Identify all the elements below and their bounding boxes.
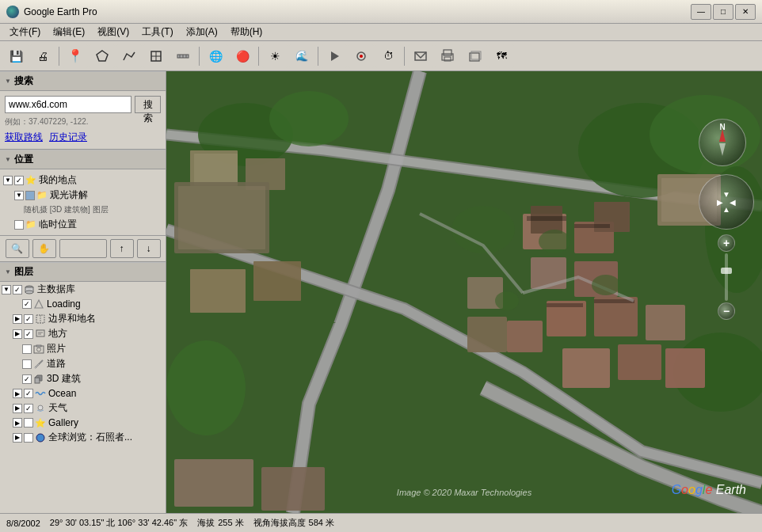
menu-tools[interactable]: 工具(T) (135, 24, 179, 40)
layer-gallery[interactable]: ▶ ⭐ Gallery (0, 416, 166, 430)
get-directions-link[interactable]: 获取路线 (5, 131, 43, 144)
check-buildings[interactable] (22, 374, 32, 384)
check-roads[interactable] (22, 359, 32, 369)
check-ocean[interactable] (24, 389, 33, 398)
search-small-btn[interactable]: 🔍 (6, 239, 29, 258)
down-btn[interactable]: ↓ (137, 239, 161, 258)
search-header-label: 搜索 (14, 74, 33, 88)
zoom-controls[interactable]: + − (718, 234, 735, 320)
check-my-places[interactable] (14, 176, 24, 185)
expand-places[interactable]: ▶ (13, 329, 22, 339)
toolbar-mars[interactable]: 🔴 (230, 44, 255, 68)
nav-controls[interactable]: ▲ ▼ ◀ ▶ + − (699, 174, 754, 320)
tree-item-my-places[interactable]: ▼ ⭐ 我的地点 (2, 173, 164, 188)
check-weather[interactable] (24, 404, 33, 413)
zoom-thumb[interactable] (721, 268, 732, 274)
layer-loading[interactable]: Loading (0, 297, 166, 311)
toolbar-map[interactable]: 🗺 (489, 44, 514, 68)
expand-my-places[interactable]: ▼ (3, 176, 13, 185)
expand-main-db[interactable]: ▼ (2, 285, 11, 294)
tree-item-temp-places[interactable]: ▶ 📁 临时位置 (2, 217, 164, 232)
global-view-label: 全球浏览：石照者... (48, 431, 164, 444)
buildings-label: 3D 建筑 (47, 372, 164, 386)
check-places[interactable] (24, 329, 33, 339)
toolbar-btn-2[interactable]: 🖨 (30, 44, 55, 68)
tree-item-tour-guide[interactable]: ▼ 📁 观光讲解 (2, 188, 164, 203)
toolbar-copy-img[interactable] (462, 44, 487, 68)
check-main-db[interactable] (13, 285, 22, 294)
svg-marker-20 (35, 300, 43, 308)
svg-rect-69 (574, 224, 610, 228)
check-loading[interactable] (22, 299, 32, 309)
check-photos[interactable] (22, 344, 32, 354)
layer-roads[interactable]: 道路 (0, 356, 166, 371)
layer-ocean[interactable]: ▶ Ocean (0, 386, 166, 401)
expand-borders[interactable]: ▶ (13, 314, 22, 324)
tour-guide-label: 观光讲解 (50, 188, 162, 202)
status-elevation: 海拔 255 米 (197, 517, 243, 529)
menu-add[interactable]: 添加(A) (180, 24, 224, 40)
status-bar: 8/8/2002 29° 30' 03.15" 北 106° 33' 42.46… (0, 513, 762, 532)
menu-edit[interactable]: 编辑(E) (47, 24, 91, 40)
toolbar-overlay[interactable] (143, 44, 169, 68)
toolbar-email[interactable] (408, 44, 433, 68)
layer-weather[interactable]: ▶ 天气 (0, 401, 166, 416)
toolbar-sun[interactable]: ☀ (262, 44, 288, 68)
expand-global-view[interactable]: ▶ (13, 433, 22, 443)
check-borders[interactable] (24, 314, 33, 324)
layer-main-db[interactable]: ▼ 主数据库 (0, 282, 166, 297)
layer-global-view[interactable]: ▶ 全球浏览：石照者... (0, 430, 166, 445)
expand-weather[interactable]: ▶ (13, 404, 22, 413)
roads-icon (33, 359, 44, 370)
position-arrow-icon: ▼ (5, 156, 11, 163)
svg-rect-28 (36, 345, 41, 347)
zoom-in-button[interactable]: + (718, 234, 735, 252)
maximize-button[interactable]: □ (713, 4, 733, 20)
toolbar-earth[interactable]: 🌐 (203, 44, 228, 68)
search-input[interactable] (5, 96, 131, 113)
toolbar-btn-1[interactable]: 💾 (3, 44, 29, 68)
check-gallery[interactable] (24, 418, 33, 428)
minimize-button[interactable]: — (691, 4, 711, 20)
my-places-icon: ⭐ (25, 175, 36, 186)
places-label: 地方 (48, 327, 164, 340)
menu-view[interactable]: 视图(V) (91, 24, 135, 40)
toolbar-path[interactable] (116, 44, 142, 68)
zoom-slider[interactable] (725, 253, 728, 301)
toolbar-polygon[interactable] (90, 44, 115, 68)
check-temp[interactable] (14, 220, 24, 230)
check-tour-guide[interactable] (25, 191, 35, 200)
compass-outer[interactable]: N (699, 119, 746, 166)
layer-buildings[interactable]: 3D 建筑 (0, 371, 166, 386)
position-section-header[interactable]: ▼ 位置 (0, 150, 166, 169)
search-section-header[interactable]: ▼ 搜索 (0, 71, 166, 91)
toolbar-ruler[interactable] (170, 44, 196, 68)
places-icon (35, 329, 46, 340)
menu-file[interactable]: 文件(F) (3, 24, 47, 40)
expand-gallery[interactable]: ▶ (13, 418, 22, 428)
close-button[interactable]: ✕ (735, 4, 756, 20)
toolbar-ocean[interactable]: 🌊 (289, 44, 314, 68)
map-area[interactable]: N ▲ ▼ ◀ ▶ + − (166, 71, 762, 513)
zoom-out-button[interactable]: − (718, 302, 735, 320)
toolbar-placemark[interactable]: 📍 (63, 44, 88, 68)
hand-btn[interactable]: ✋ (32, 239, 56, 258)
layers-section-header[interactable]: ▼ 图层 (0, 262, 166, 282)
expand-tour-guide[interactable]: ▼ (14, 191, 24, 200)
history-link[interactable]: 历史记录 (49, 131, 87, 144)
toolbar-historical[interactable]: ⏱ (375, 44, 401, 68)
nav-ring[interactable]: ▲ ▼ ◀ ▶ (699, 174, 754, 230)
layer-photos[interactable]: 照片 (0, 341, 166, 356)
layer-borders[interactable]: ▶ 边界和地名 (0, 311, 166, 326)
layer-places[interactable]: ▶ 地方 (0, 326, 166, 341)
check-global-view[interactable] (24, 433, 33, 443)
menu-help[interactable]: 帮助(H) (224, 24, 269, 40)
toolbar-print[interactable] (435, 44, 460, 68)
search-button[interactable]: 搜索 (135, 96, 161, 113)
compass[interactable]: N (699, 119, 746, 166)
expand-ocean[interactable]: ▶ (13, 389, 22, 398)
up-btn[interactable]: ↑ (110, 239, 134, 258)
map-svg (166, 71, 762, 513)
toolbar-tour[interactable] (322, 44, 347, 68)
toolbar-record[interactable] (349, 44, 374, 68)
